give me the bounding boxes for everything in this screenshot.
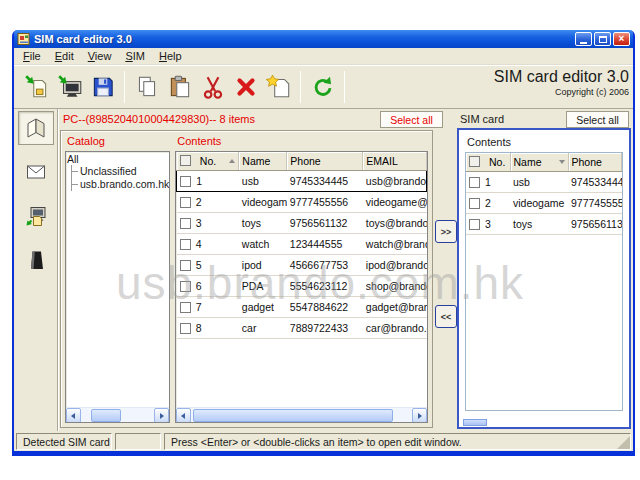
header-checkbox[interactable] bbox=[469, 156, 480, 167]
row-checkbox[interactable] bbox=[180, 218, 191, 229]
menu-file[interactable]: File bbox=[16, 49, 48, 63]
tree-item-unclassified[interactable]: Unclassified bbox=[72, 165, 169, 178]
cell-name: car bbox=[239, 317, 287, 338]
delete-button[interactable] bbox=[229, 70, 262, 103]
read-sim-button[interactable] bbox=[20, 70, 53, 103]
catalog-tree: All Unclassified usb.brando.com.hk bbox=[66, 152, 169, 191]
column-header-email[interactable]: EMAIL bbox=[363, 152, 427, 170]
scroll-left-arrow[interactable] bbox=[66, 408, 81, 423]
copy-sim-pc-tab-button[interactable] bbox=[18, 199, 54, 233]
column-header-no[interactable]: No. bbox=[466, 153, 510, 171]
header-checkbox[interactable] bbox=[180, 155, 191, 166]
catalog-tree-box: All Unclassified usb.brando.com.hk bbox=[65, 151, 170, 423]
table-row[interactable]: 7gadget5547884622gadget@brando.com.hk bbox=[177, 296, 427, 317]
table-row[interactable]: 2videogame9777455556 bbox=[466, 192, 622, 213]
sim-card-icon bbox=[24, 248, 48, 272]
row-checkbox[interactable] bbox=[469, 177, 480, 188]
sort-ascending-icon bbox=[229, 159, 235, 163]
column-label: Phone bbox=[572, 156, 602, 168]
pc-contents-hscrollbar[interactable] bbox=[176, 407, 427, 422]
table-row[interactable]: 1usb9745334445 bbox=[466, 171, 622, 192]
scroll-left-arrow[interactable] bbox=[176, 408, 191, 423]
minimize-button[interactable] bbox=[575, 32, 592, 46]
cell-name: usb bbox=[510, 171, 568, 192]
scroll-right-arrow[interactable] bbox=[154, 408, 169, 423]
table-row[interactable]: 3toys9756561132 bbox=[466, 213, 622, 234]
column-header-name[interactable]: Name bbox=[510, 153, 568, 171]
menu-edit[interactable]: Edit bbox=[48, 49, 81, 63]
cell-name: toys bbox=[510, 213, 568, 234]
status-sim-detected: Detected SIM card bbox=[16, 433, 112, 450]
cell-email: videogame@brando.com.hk bbox=[363, 191, 427, 212]
column-label: Name bbox=[514, 156, 542, 168]
messages-tab-button[interactable] bbox=[18, 155, 54, 189]
menu-sim[interactable]: SIM bbox=[118, 49, 152, 63]
cell-phone: 5547884622 bbox=[287, 296, 363, 317]
table-row[interactable]: 5ipod4566677753ipod@brando.com.hk bbox=[177, 254, 427, 275]
table-row[interactable]: 4watch123444555watch@brando.com.hk bbox=[177, 233, 427, 254]
tree-item-all[interactable]: All bbox=[67, 153, 169, 165]
scroll-thumb[interactable] bbox=[193, 409, 393, 422]
save-button[interactable] bbox=[86, 70, 119, 103]
catalog-hscrollbar[interactable] bbox=[66, 407, 169, 422]
cell-name: watch bbox=[239, 233, 287, 254]
content-area: PC--(8985204010004429830)-- 8 items Sele… bbox=[14, 109, 633, 431]
row-checkbox[interactable] bbox=[180, 197, 191, 208]
tree-item-usb-brando[interactable]: usb.brando.com.hk bbox=[72, 178, 169, 191]
read-pc-button[interactable] bbox=[53, 70, 86, 103]
catalog-label: Catalog bbox=[67, 135, 170, 149]
cell-phone: 9756561132 bbox=[287, 212, 363, 233]
table-row[interactable]: 1usb9745334445usb@brando.com.hk bbox=[177, 170, 427, 191]
scroll-right-arrow[interactable] bbox=[412, 408, 427, 423]
sim-hscrollbar-thumb[interactable] bbox=[463, 419, 487, 426]
brand-title: SIM card editor 3.0 bbox=[494, 68, 629, 86]
sim-contents-label: Contents bbox=[467, 136, 623, 148]
sim-card-tab-button[interactable] bbox=[18, 243, 54, 277]
new-item-button[interactable] bbox=[262, 70, 295, 103]
cell-no: 6 bbox=[177, 275, 239, 296]
cell-no: 2 bbox=[466, 192, 510, 213]
row-checkbox[interactable] bbox=[180, 302, 191, 313]
title-bar[interactable]: SIM card editor 3.0 × bbox=[14, 30, 633, 48]
sim-contents-table: No. Name Phone 1usb97453344452videogame9… bbox=[466, 153, 622, 235]
table-row[interactable]: 3toys9756561132toys@brando.com.hk bbox=[177, 212, 427, 233]
copy-button[interactable] bbox=[130, 70, 163, 103]
menu-view[interactable]: View bbox=[81, 49, 119, 63]
sort-descending-icon bbox=[559, 160, 565, 164]
cell-phone: 9777455556 bbox=[568, 192, 622, 213]
cut-button[interactable] bbox=[196, 70, 229, 103]
row-checkbox[interactable] bbox=[469, 219, 480, 230]
menu-help[interactable]: Help bbox=[152, 49, 189, 63]
row-checkbox[interactable] bbox=[469, 198, 480, 209]
phonebook-tab-button[interactable] bbox=[18, 111, 54, 145]
row-checkbox[interactable] bbox=[180, 239, 191, 250]
refresh-button[interactable] bbox=[306, 70, 339, 103]
copy-to-sim-button[interactable]: >> bbox=[435, 220, 457, 243]
row-checkbox[interactable] bbox=[180, 281, 191, 292]
pc-contents-column: Contents No. Name Phone bbox=[175, 135, 428, 423]
close-button[interactable]: × bbox=[613, 32, 630, 46]
table-row[interactable]: 8car7889722433car@brando.com.hk bbox=[177, 317, 427, 338]
scroll-thumb[interactable] bbox=[91, 409, 121, 422]
column-header-name[interactable]: Name bbox=[239, 152, 287, 170]
maximize-button[interactable] bbox=[594, 32, 611, 46]
paste-button[interactable] bbox=[163, 70, 196, 103]
column-header-no[interactable]: No. bbox=[177, 152, 239, 170]
row-checkbox[interactable] bbox=[180, 323, 191, 334]
column-header-phone[interactable]: Phone bbox=[287, 152, 363, 170]
status-empty-cell bbox=[115, 433, 161, 450]
copy-to-pc-button[interactable]: << bbox=[435, 305, 457, 328]
app-branding: SIM card editor 3.0 Copyright (c) 2006 bbox=[494, 68, 629, 97]
sim-select-all-button[interactable]: Select all bbox=[566, 111, 629, 128]
row-checkbox[interactable] bbox=[180, 260, 191, 271]
toolbar: SIM card editor 3.0 Copyright (c) 2006 bbox=[14, 65, 633, 109]
table-row[interactable]: 2videogame9777455556videogame@brando.com… bbox=[177, 191, 427, 212]
row-checkbox[interactable] bbox=[180, 176, 191, 187]
toolbar-separator bbox=[344, 71, 345, 103]
cell-no: 5 bbox=[177, 254, 239, 275]
column-header-phone[interactable]: Phone bbox=[568, 153, 622, 171]
pc-select-all-button[interactable]: Select all bbox=[380, 111, 443, 128]
resize-grip[interactable] bbox=[617, 436, 630, 449]
cell-name: usb bbox=[239, 170, 287, 191]
table-row[interactable]: 6PDA5554623112shop@brando.com.hk bbox=[177, 275, 427, 296]
